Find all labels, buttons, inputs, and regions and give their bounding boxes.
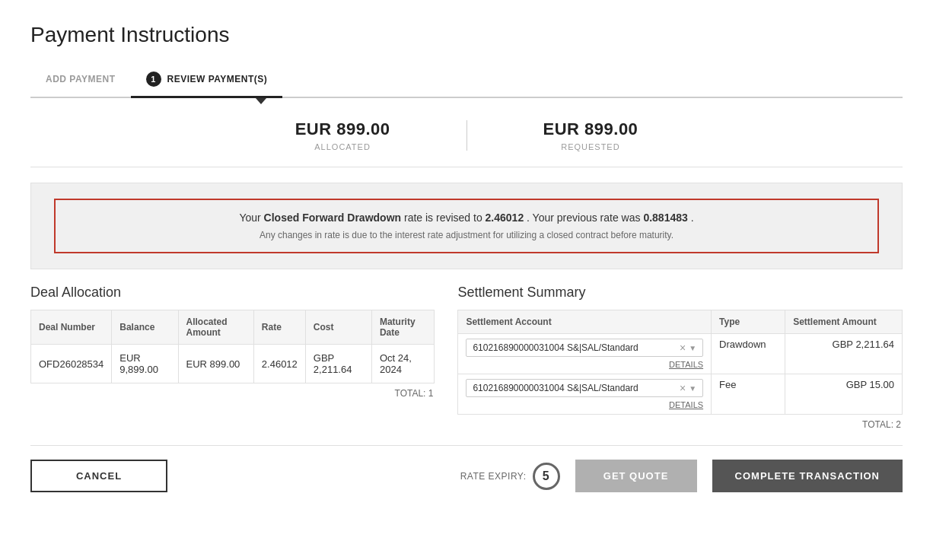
col-deal-number: Deal Number bbox=[31, 310, 112, 345]
requested-value: EUR 899.00 bbox=[543, 119, 638, 139]
col-rate: Rate bbox=[253, 310, 305, 345]
type-cell-1: Drawdown bbox=[712, 334, 785, 374]
page-title: Payment Instructions bbox=[30, 23, 903, 47]
account-dropdown-arrow-2[interactable]: ▼ bbox=[689, 384, 696, 393]
details-link-2[interactable]: DETAILS bbox=[466, 400, 703, 409]
cell-rate: 2.46012 bbox=[253, 345, 305, 383]
countdown-value: 5 bbox=[543, 469, 549, 483]
settlement-summary-title: Settlement Summary bbox=[457, 285, 903, 301]
table-row: 610216890000031004 S&|SAL/Standard × ▼ D… bbox=[458, 374, 903, 415]
cell-deal-number: OFD26028534 bbox=[31, 345, 112, 383]
col-cost: Cost bbox=[305, 310, 371, 345]
main-content: Deal Allocation Deal Number Balance Allo… bbox=[30, 285, 903, 430]
alert-bold-1: Closed Forward Drawdown bbox=[264, 212, 401, 224]
tab-review-payments-label: REVIEW PAYMENT(S) bbox=[167, 74, 268, 84]
account-select-1[interactable]: 610216890000031004 S&|SAL/Standard × ▼ bbox=[466, 339, 703, 357]
settlement-summary-section: Settlement Summary Settlement Account Ty… bbox=[457, 285, 903, 430]
allocated-amount: EUR 899.00 ALLOCATED bbox=[295, 119, 390, 151]
countdown-circle: 5 bbox=[533, 463, 560, 490]
footer: CANCEL RATE EXPIRY: 5 GET QUOTE COMPLETE… bbox=[30, 445, 903, 500]
deal-allocation-table: Deal Number Balance Allocated Amount Rat… bbox=[30, 310, 435, 383]
get-quote-button[interactable]: GET QUOTE bbox=[575, 460, 697, 492]
tab-arrow bbox=[256, 98, 266, 104]
account-dropdown-arrow-1[interactable]: ▼ bbox=[689, 344, 696, 352]
tab-add-payment-label: ADD PAYMENT bbox=[46, 74, 116, 84]
account-select-2[interactable]: 610216890000031004 S&|SAL/Standard × ▼ bbox=[466, 379, 703, 397]
amount-cell-2: GBP 15.00 bbox=[785, 374, 903, 415]
col-settlement-amount: Settlement Amount bbox=[785, 310, 903, 334]
complete-transaction-button[interactable]: COMPLETE TRANSACTION bbox=[712, 460, 903, 492]
deal-allocation-total: TOTAL: 1 bbox=[30, 388, 435, 399]
account-clear-btn-1[interactable]: × bbox=[680, 342, 686, 353]
cell-allocated-amount: EUR 899.00 bbox=[178, 345, 253, 383]
allocated-label: ALLOCATED bbox=[295, 142, 390, 151]
col-balance: Balance bbox=[112, 310, 178, 345]
table-row: OFD26028534 EUR 9,899.00 EUR 899.00 2.46… bbox=[31, 345, 435, 383]
settlement-total: TOTAL: 2 bbox=[457, 419, 903, 430]
allocated-value: EUR 899.00 bbox=[295, 119, 390, 139]
settlement-account-cell-1: 610216890000031004 S&|SAL/Standard × ▼ D… bbox=[458, 334, 712, 374]
account-select-1-text: 610216890000031004 S&|SAL/Standard bbox=[473, 342, 677, 353]
tab-arrow-container bbox=[30, 98, 903, 104]
col-maturity-date: Maturity Date bbox=[371, 310, 434, 345]
alert-box: Your Closed Forward Drawdown rate is rev… bbox=[54, 199, 879, 253]
col-settlement-account: Settlement Account bbox=[458, 310, 712, 334]
account-select-2-text: 610216890000031004 S&|SAL/Standard bbox=[473, 383, 677, 393]
cell-cost: GBP 2,211.64 bbox=[305, 345, 371, 383]
cell-maturity-date: Oct 24, 2024 bbox=[371, 345, 434, 383]
col-allocated-amount: Allocated Amount bbox=[178, 310, 253, 345]
alert-bold-2: 2.46012 bbox=[486, 212, 524, 224]
amounts-row: EUR 899.00 ALLOCATED EUR 899.00 REQUESTE… bbox=[30, 104, 903, 167]
tab-add-payment[interactable]: ADD PAYMENT bbox=[30, 62, 131, 98]
settlement-account-cell-2: 610216890000031004 S&|SAL/Standard × ▼ D… bbox=[458, 374, 712, 415]
cell-balance: EUR 9,899.00 bbox=[112, 345, 178, 383]
rate-expiry: RATE EXPIRY: 5 bbox=[460, 463, 560, 490]
details-link-1[interactable]: DETAILS bbox=[466, 360, 703, 369]
alert-sub-text: Any changes in rate is due to the intere… bbox=[71, 230, 862, 240]
table-row: 610216890000031004 S&|SAL/Standard × ▼ D… bbox=[458, 334, 903, 374]
deal-allocation-title: Deal Allocation bbox=[30, 285, 435, 301]
tab-review-payments[interactable]: 1 REVIEW PAYMENT(S) bbox=[131, 62, 283, 98]
amounts-divider bbox=[466, 120, 467, 151]
rate-expiry-label: RATE EXPIRY: bbox=[460, 471, 527, 482]
alert-main-text: Your Closed Forward Drawdown rate is rev… bbox=[71, 212, 862, 224]
settlement-table: Settlement Account Type Settlement Amoun… bbox=[457, 310, 903, 415]
account-clear-btn-2[interactable]: × bbox=[680, 383, 686, 393]
requested-label: REQUESTED bbox=[543, 142, 638, 151]
alert-bold-3: 0.881483 bbox=[643, 212, 687, 224]
cancel-button[interactable]: CANCEL bbox=[30, 460, 167, 492]
col-type: Type bbox=[712, 310, 785, 334]
type-cell-2: Fee bbox=[712, 374, 785, 415]
amount-cell-1: GBP 2,211.64 bbox=[785, 334, 903, 374]
deal-allocation-section: Deal Allocation Deal Number Balance Allo… bbox=[30, 285, 435, 430]
tab-step-badge: 1 bbox=[146, 72, 161, 87]
requested-amount: EUR 899.00 REQUESTED bbox=[543, 119, 638, 151]
alert-container: Your Closed Forward Drawdown rate is rev… bbox=[30, 183, 903, 269]
tabs-container: ADD PAYMENT 1 REVIEW PAYMENT(S) bbox=[30, 62, 903, 98]
